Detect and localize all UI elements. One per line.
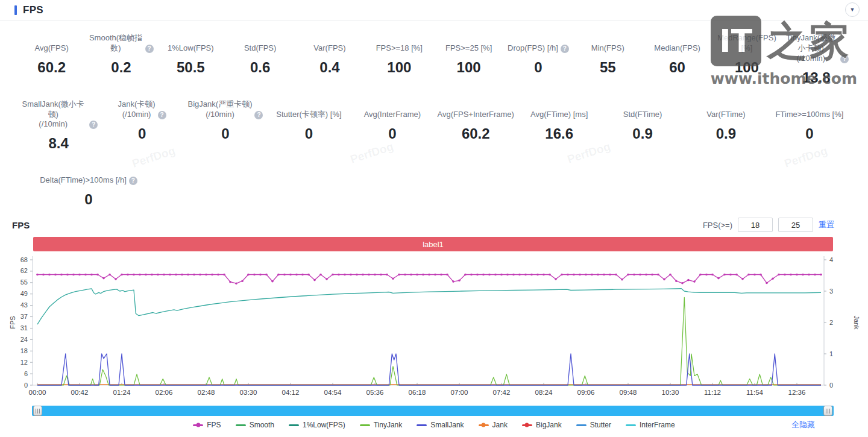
stat-label: FTime>=100ms [%] — [770, 99, 849, 120]
collapse-panel-button[interactable]: ▼ — [845, 2, 860, 17]
svg-text:10:30: 10:30 — [662, 389, 679, 396]
stat-cell: Median(FPS)60 — [643, 33, 712, 86]
legend-label: InterFrame — [640, 421, 675, 429]
svg-text:11:12: 11:12 — [704, 389, 721, 396]
fps-threshold-input-1[interactable] — [738, 218, 773, 232]
stat-value: 0 — [353, 125, 432, 142]
stat-label: TinyJank(极微小卡顿) (/10min)? — [784, 33, 849, 64]
svg-text:68: 68 — [20, 256, 28, 263]
stat-value: 16.6 — [520, 125, 598, 142]
stat-label-text: Delta(FTime)>100ms [/h] — [40, 175, 127, 186]
fps-ge-label: FPS(>=) — [703, 221, 732, 230]
legend-item-smalljank[interactable]: SmallJank — [417, 421, 464, 429]
help-icon[interactable]: ? — [145, 45, 154, 53]
svg-text:0: 0 — [24, 382, 28, 389]
legend-label: BigJank — [536, 421, 562, 429]
svg-text:08:24: 08:24 — [535, 389, 553, 396]
help-icon[interactable]: ? — [129, 177, 137, 185]
svg-text:09:06: 09:06 — [577, 389, 595, 396]
stat-cell: FPS>=18 [%]100 — [365, 33, 434, 86]
stat-label: Var(FTime) — [687, 99, 765, 120]
legend-label: Smooth — [250, 421, 274, 429]
panel-header: FPS ▼ — [0, 0, 868, 20]
chart-header: FPS FPS(>=) 重置 — [12, 218, 856, 232]
legend-item-1-low-fps-[interactable]: 1%Low(FPS) — [289, 421, 345, 429]
stat-cell: Std(FPS)0.6 — [225, 33, 295, 86]
hide-all-link[interactable]: 全隐藏 — [791, 420, 815, 430]
reset-link[interactable]: 重置 — [819, 219, 834, 230]
slider-left-handle[interactable] — [33, 406, 42, 416]
svg-text:1: 1 — [829, 350, 833, 357]
fps-chart[interactable]: 68625549433731241812604321000:0000:4201:… — [6, 253, 863, 403]
stat-label: Stutter(卡顿率) [%] — [269, 99, 348, 120]
chevron-down-icon: ▼ — [850, 7, 855, 13]
stat-label: Median(FPS) — [645, 33, 709, 54]
legend-label: SmallJank — [430, 421, 464, 429]
stat-label-text: 1%Low(FPS) — [168, 43, 214, 54]
legend-item-jank[interactable]: Jank — [479, 421, 508, 429]
stats-row-2: SmallJank(微小卡顿) (/10min)?8.4Jank(卡顿) (/1… — [17, 99, 851, 152]
legend-dot-icon — [525, 423, 529, 427]
stat-label-text: Min(FPS) — [591, 43, 624, 54]
stat-cell: Delta(FTime)>100ms [/h]?0 — [17, 165, 160, 208]
stat-cell: Min(FPS)55 — [573, 33, 643, 86]
svg-text:02:06: 02:06 — [156, 389, 173, 396]
stat-value: 60.2 — [436, 125, 515, 142]
legend-label: 1%Low(FPS) — [303, 421, 345, 429]
stat-value: 55 — [576, 59, 640, 76]
svg-text:18: 18 — [20, 347, 28, 354]
grip-icon — [36, 409, 40, 413]
stat-cell: Avg(FTime) [ms]16.6 — [517, 99, 600, 152]
legend-item-bigjank[interactable]: BigJank — [522, 421, 562, 429]
stat-label: Min(FPS) — [576, 33, 640, 54]
stats-section: Avg(FPS)60.2Smooth(稳帧指数)?0.21%Low(FPS)50… — [0, 21, 868, 208]
svg-text:09:48: 09:48 — [620, 389, 637, 396]
legend-swatch-icon — [417, 424, 427, 426]
stat-label: Delta(FTime)>100ms [/h]? — [19, 165, 158, 186]
help-icon[interactable]: ? — [89, 121, 98, 129]
stat-cell: FPS>=25 [%]100 — [434, 33, 503, 86]
help-icon[interactable]: ? — [254, 111, 263, 119]
legend-swatch-icon — [289, 424, 299, 426]
svg-text:12: 12 — [20, 359, 28, 366]
svg-text:2: 2 — [829, 319, 833, 326]
help-icon[interactable]: ? — [158, 111, 166, 119]
svg-text:11:54: 11:54 — [746, 389, 764, 396]
help-icon[interactable]: ? — [561, 45, 569, 53]
stat-cell: Drop(FPS) [/h]?0 — [503, 33, 573, 86]
legend-swatch-icon — [576, 424, 587, 426]
legend-item-stutter[interactable]: Stutter — [576, 421, 611, 429]
stat-label: Std(FTime) — [603, 99, 682, 120]
legend-swatch-icon — [626, 424, 636, 426]
legend-label: TinyJank — [374, 421, 403, 429]
svg-text:Jank: Jank — [853, 316, 860, 330]
svg-text:55: 55 — [20, 279, 28, 286]
stat-cell: Stutter(卡顿率) [%]0 — [267, 99, 350, 152]
stat-label-text: Var(FPS) — [313, 43, 345, 54]
legend-item-interframe[interactable]: InterFrame — [626, 421, 675, 429]
stat-label: Avg(InterFrame) — [353, 99, 432, 120]
legend-swatch-icon — [193, 424, 203, 426]
slider-right-handle[interactable] — [823, 406, 832, 416]
svg-text:07:42: 07:42 — [493, 389, 511, 396]
label1-banner: label1 — [33, 237, 833, 251]
svg-text:FPS: FPS — [9, 316, 16, 329]
legend-item-fps[interactable]: FPS — [193, 421, 221, 429]
help-icon[interactable]: ? — [840, 55, 849, 63]
legend-swatch-icon — [479, 424, 489, 426]
stat-label: Var(FPS) — [297, 33, 362, 54]
legend-item-smooth[interactable]: Smooth — [236, 421, 274, 429]
stat-label: FPS>=25 [%] — [436, 33, 501, 54]
stat-label: MedRange(FPS)[%] — [714, 33, 779, 54]
fps-threshold-input-2[interactable] — [778, 218, 813, 232]
chart-range-slider[interactable] — [32, 406, 834, 416]
legend-item-tinyjank[interactable]: TinyJank — [360, 421, 403, 429]
stat-value: 0.9 — [687, 125, 765, 142]
stat-cell: Std(FTime)0.9 — [601, 99, 684, 152]
stat-label: Avg(FPS) — [19, 33, 84, 54]
stat-cell: BigJank(严重卡顿) (/10min)?0 — [184, 99, 267, 152]
svg-text:0: 0 — [829, 382, 833, 389]
stat-label-text: Var(FTime) — [706, 110, 745, 120]
stat-value: 8.4 — [19, 135, 98, 152]
svg-text:31: 31 — [20, 324, 28, 332]
